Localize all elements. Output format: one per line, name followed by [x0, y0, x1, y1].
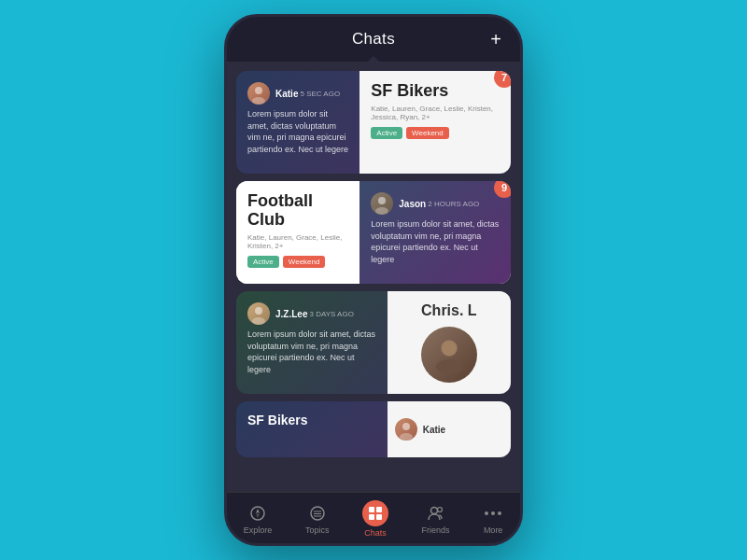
jason-user-row: Jason 2 HOURS AGO — [371, 192, 500, 215]
jzlee-time: 3 DAYS AGO — [309, 310, 353, 318]
phone-side-left — [224, 91, 225, 129]
katie2-avatar — [395, 418, 417, 441]
katie-name: Katie — [275, 89, 298, 99]
chats-nav-bg — [362, 500, 388, 526]
menu-icon — [307, 503, 328, 524]
svg-point-8 — [442, 341, 457, 356]
sfbikers2-left-panel: SF Bikers — [236, 401, 388, 457]
chats-label: Chats — [364, 528, 387, 538]
jason-name: Jason — [399, 199, 426, 209]
svg-rect-20 — [369, 514, 374, 520]
nav-item-friends[interactable]: Friends — [422, 503, 450, 535]
jason-message: Lorem ipsum dolor sit amet, dictas volup… — [371, 218, 500, 265]
jason-time: 2 HOURS AGO — [428, 200, 479, 208]
sf-bikers-name: SF Bikers — [371, 82, 500, 101]
katie-avatar — [247, 82, 270, 105]
svg-point-23 — [437, 508, 442, 512]
dot-3 — [498, 511, 501, 515]
jzlee-left-panel: J.Z.Lee 3 DAYS AGO Lorem ipsum dolor sit… — [236, 291, 388, 394]
explore-label: Explore — [244, 525, 273, 535]
football-members: Katie, Lauren, Grace, Leslie, Kristen, 2… — [247, 233, 348, 250]
nav-item-chats[interactable]: Chats — [362, 500, 388, 538]
svg-marker-13 — [256, 513, 260, 518]
jzlee-message: Lorem ipsum dolor sit amet, dictas volup… — [247, 329, 376, 375]
screen: Chats + 7 Katie 5 SEC AGO Lorem — [227, 17, 520, 543]
svg-rect-19 — [376, 507, 382, 512]
svg-point-5 — [252, 317, 265, 325]
svg-point-4 — [255, 307, 262, 315]
sf-bikers-members: Katie, Lauren, Grace, Leslie, Kristen, J… — [371, 105, 500, 121]
tag-active-2: Active — [247, 256, 279, 268]
chat-list: 7 Katie 5 SEC AGO Lorem ipsum dolor sit … — [227, 62, 520, 492]
sf-bikers-left-panel: Katie 5 SEC AGO Lorem ipsum dolor sit am… — [236, 71, 359, 174]
football-right-panel: Jason 2 HOURS AGO Lorem ipsum dolor sit … — [359, 181, 511, 284]
sf-bikers-right-panel: SF Bikers Katie, Lauren, Grace, Leslie, … — [359, 71, 511, 174]
katie-message: Lorem ipsum dolor sit amet, dictas volup… — [247, 108, 348, 155]
tag-active-1: Active — [371, 127, 402, 139]
svg-point-7 — [436, 359, 462, 374]
jason-avatar — [371, 192, 393, 215]
jzlee-name: J.Z.Lee — [275, 309, 307, 319]
chat-card-sf-bikers[interactable]: 7 Katie 5 SEC AGO Lorem ipsum dolor sit … — [236, 71, 511, 174]
tag-weekend-1: Weekend — [406, 127, 449, 139]
dot-1 — [485, 511, 488, 515]
football-tags: Active Weekend — [247, 256, 348, 268]
header-indicator — [368, 56, 379, 62]
svg-marker-12 — [256, 509, 260, 513]
sf-bikers-tags: Active Weekend — [371, 127, 500, 139]
football-club-name: Football Club — [247, 192, 348, 230]
svg-point-9 — [402, 423, 410, 430]
bottom-nav: Explore Topics — [227, 492, 520, 543]
friends-label: Friends — [422, 525, 450, 535]
svg-point-0 — [255, 87, 262, 94]
sf-bikers-user-row: Katie 5 SEC AGO — [247, 82, 348, 105]
svg-rect-18 — [369, 507, 374, 512]
svg-point-3 — [375, 207, 388, 215]
add-button[interactable]: + — [490, 29, 501, 50]
chat-card-sf-bikers-2[interactable]: SF Bikers Katie — [236, 401, 511, 457]
more-label: More — [484, 525, 503, 535]
jzlee-user-row: J.Z.Lee 3 DAYS AGO — [247, 302, 376, 325]
sfbikers2-right-panel: Katie — [388, 401, 511, 457]
football-left-panel: Football Club Katie, Lauren, Grace, Lesl… — [236, 181, 359, 284]
nav-item-more[interactable]: More — [483, 503, 503, 535]
phone-container: Chats + 7 Katie 5 SEC AGO Lorem — [224, 14, 523, 546]
header: Chats + — [227, 17, 520, 62]
katie-time: 5 SEC AGO — [300, 90, 340, 98]
svg-rect-21 — [376, 514, 382, 520]
people-icon — [426, 503, 446, 524]
jzlee-right-panel: Chris. L — [388, 291, 511, 394]
phone-side-right — [522, 91, 523, 147]
katie2-name: Katie — [423, 425, 445, 435]
sfbikers2-group-name: SF Bikers — [247, 413, 376, 427]
svg-point-2 — [378, 197, 386, 204]
topics-label: Topics — [305, 525, 330, 535]
jzlee-avatar — [247, 302, 270, 325]
compass-icon — [247, 503, 268, 524]
dot-2 — [491, 511, 495, 515]
chris-name: Chris. L — [421, 302, 477, 319]
chat-card-jzlee[interactable]: J.Z.Lee 3 DAYS AGO Lorem ipsum dolor sit… — [236, 291, 511, 394]
tag-weekend-2: Weekend — [283, 256, 326, 268]
svg-point-10 — [400, 433, 413, 441]
nav-item-explore[interactable]: Explore — [244, 503, 273, 535]
dots-icon — [483, 503, 503, 524]
svg-point-1 — [252, 97, 265, 105]
chris-avatar — [421, 327, 477, 383]
nav-item-topics[interactable]: Topics — [305, 503, 330, 535]
chat-card-football[interactable]: 9 Football Club Katie, Lauren, Grace, Le… — [236, 181, 511, 284]
header-title: Chats — [352, 30, 395, 49]
svg-point-22 — [430, 508, 437, 514]
